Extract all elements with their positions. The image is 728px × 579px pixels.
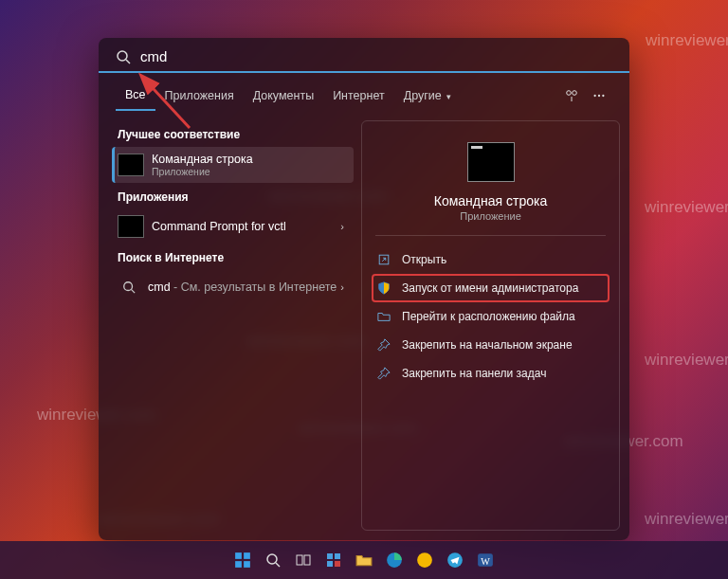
watermark: winreviewer.com [646,31,728,50]
action-label: Открыть [402,253,446,266]
svg-point-9 [124,282,133,291]
taskbar-edge-icon[interactable] [382,548,407,572]
svg-line-2 [126,60,130,63]
svg-line-17 [276,563,280,567]
svg-point-1 [118,51,127,61]
folder-icon [375,308,392,325]
search-tabs: Все Приложения Документы Интернет Другие… [99,73,629,111]
action-pin-taskbar[interactable]: Закрепить на панели задач [372,359,610,388]
svg-rect-23 [335,561,340,567]
svg-text:W: W [481,556,490,567]
web-query: cmd [148,280,171,294]
start-search-panel: Все Приложения Документы Интернет Другие… [99,38,629,540]
watermark: winreviewer.com [645,351,728,370]
taskbar-widgets-icon[interactable] [321,548,346,572]
pin-icon [375,365,392,382]
tab-apps[interactable]: Приложения [155,81,244,110]
taskbar-task-view-icon[interactable] [291,548,316,572]
svg-line-10 [132,290,136,294]
result-command-prompt[interactable]: Командная строка Приложение [112,147,354,183]
section-apps: Приложения [112,183,354,209]
search-input[interactable] [138,47,612,65]
result-vctl[interactable]: Command Prompt for vctl › [112,209,354,244]
more-options-icon[interactable] [586,82,612,109]
cmd-icon [118,154,144,176]
svg-rect-19 [304,555,310,565]
action-run-as-admin[interactable]: Запуск от имени администратора [372,274,610,302]
taskbar-app-icon[interactable] [412,548,437,572]
result-title: cmd - См. результаты в Интернете [148,280,337,294]
svg-rect-15 [244,561,250,568]
action-pin-start[interactable]: Закрепить на начальном экране [372,331,610,359]
section-best-match: Лучшее соответствие [112,120,354,147]
action-open-file-location[interactable]: Перейти к расположению файла [372,302,610,331]
taskbar-search-icon[interactable] [261,548,285,572]
svg-rect-20 [327,553,333,559]
result-web-cmd[interactable]: cmd - См. результаты в Интернете › [112,270,354,304]
taskbar: W [0,541,728,579]
divider [375,235,606,236]
svg-rect-21 [335,553,340,559]
results-left-column: Лучшее соответствие Командная строка При… [112,120,354,531]
svg-point-8 [602,95,604,97]
action-label: Закрепить на панели задач [402,367,546,380]
svg-rect-14 [235,561,242,568]
svg-point-3 [567,91,572,96]
taskbar-explorer-icon[interactable] [352,548,376,572]
shield-icon [375,280,392,297]
svg-point-25 [417,552,432,568]
search-icon [118,276,140,299]
start-button[interactable] [230,548,255,572]
preview-pane: Командная строка Приложение Открыть Запу… [361,120,620,531]
result-subtitle: Приложение [152,166,348,177]
preview-subtitle: Приложение [460,210,521,222]
svg-point-7 [598,95,600,97]
pin-icon [375,336,392,353]
web-suffix: - См. результаты в Интернете [171,280,337,294]
result-title: Командная строка [152,153,348,166]
watermark: winreviewer.com [645,510,728,529]
svg-point-6 [593,95,595,97]
tab-more-label: Другие [404,89,442,102]
search-box-row [99,38,629,73]
tab-more[interactable]: Другие ▾ [394,81,462,110]
chevron-down-icon: ▾ [446,92,451,101]
chevron-right-icon: › [337,221,348,232]
watermark: winreviewer.com [645,198,728,217]
action-label: Закрепить на начальном экране [402,338,573,352]
chevron-right-icon: › [337,281,348,293]
search-settings-icon[interactable] [559,82,586,109]
svg-rect-22 [327,561,333,567]
section-web: Поиск в Интернете [112,244,354,270]
result-title: Command Prompt for vctl [152,220,337,233]
preview-app-icon [467,142,515,182]
tab-internet[interactable]: Интернет [323,81,394,110]
svg-rect-13 [244,552,250,559]
svg-rect-18 [297,555,302,565]
cmd-icon [118,215,144,238]
preview-title: Командная строка [434,193,547,208]
tab-all[interactable]: Все [116,81,155,111]
svg-rect-12 [235,552,242,559]
svg-point-4 [573,91,577,96]
tab-documents[interactable]: Документы [244,81,323,110]
open-icon [375,251,392,268]
action-open[interactable]: Открыть [372,245,610,274]
taskbar-word-icon[interactable]: W [473,548,498,572]
action-label: Перейти к расположению файла [402,310,575,323]
search-icon [116,49,131,64]
taskbar-telegram-icon[interactable] [443,548,467,572]
svg-point-16 [267,554,277,564]
action-label: Запуск от имени администратора [402,281,578,295]
